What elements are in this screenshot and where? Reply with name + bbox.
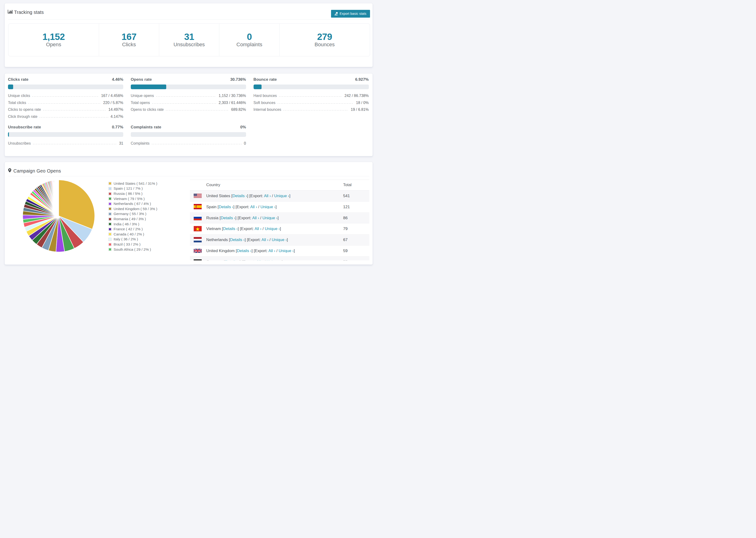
table-row: Vietnam [Details ›] [Export: All › / Uni…: [190, 224, 369, 235]
export-unique-link[interactable]: Unique ›: [274, 194, 289, 198]
export-basic-stats-button[interactable]: Export basic stats: [331, 10, 370, 18]
dotted-leader: [40, 117, 108, 118]
table-country-cell: Spain [Details ›] [Export: All › / Uniqu…: [206, 201, 343, 212]
export-all-link[interactable]: All ›: [252, 216, 259, 220]
table-total-cell: 67: [343, 235, 369, 245]
details-link[interactable]: Details ›: [230, 238, 244, 242]
stat-opens-value: 1,152: [42, 32, 65, 41]
legend-swatch: [108, 238, 112, 241]
export-prefix: [Export:: [240, 227, 254, 231]
legend-item: Canada ( 40 / 2% ): [108, 232, 157, 237]
legend-item: Romania ( 49 / 3% ): [108, 216, 157, 222]
legend-item: Brazil ( 33 / 2% ): [108, 242, 157, 247]
separator: /: [276, 248, 278, 253]
table-total-cell: 86: [343, 212, 369, 224]
export-unique-link[interactable]: Unique ›: [262, 216, 278, 220]
export-prefix: [Export:: [238, 216, 251, 220]
table-row: United Kingdom [Details ›] [Export: All …: [190, 245, 369, 256]
table-country-cell: United Kingdom [Details ›] [Export: All …: [206, 245, 343, 256]
export-unique-link[interactable]: Unique ›: [260, 205, 275, 209]
legend-item: Germany ( 55 / 3% ): [108, 211, 157, 217]
export-all-link[interactable]: All ›: [261, 238, 268, 242]
details-link[interactable]: Details ›: [237, 248, 251, 253]
legend-label: France ( 42 / 2% ): [114, 227, 143, 231]
export-all-link[interactable]: All ›: [250, 205, 257, 209]
legend-item: Spain ( 121 / 7% ): [108, 186, 157, 191]
clicks-rate-title: Clicks rate: [8, 77, 28, 82]
opens-rate-progress: [131, 84, 246, 89]
table-header-row: Country Total: [190, 180, 369, 190]
separator: /: [260, 216, 261, 220]
legend-swatch: [108, 192, 112, 195]
rate-row-label: Opens to clicks rate: [131, 108, 164, 112]
rate-row-label: Unique clicks: [8, 94, 30, 98]
stat-clicks-label: Clicks: [122, 41, 136, 48]
export-unique-link[interactable]: Unique ›: [267, 260, 282, 264]
bracket: ]: [294, 248, 295, 253]
dotted-leader: [152, 144, 242, 144]
legend-label: Romania ( 49 / 3% ): [114, 217, 146, 221]
legend-swatch: [108, 248, 112, 251]
unsubscribe-rate-progress: [8, 132, 123, 137]
legend-label: United States ( 541 / 31% ): [114, 182, 157, 186]
stat-clicks-value: 167: [122, 32, 136, 41]
export-unique-link[interactable]: Unique ›: [272, 238, 287, 242]
bracket: ]: [247, 194, 248, 198]
details-link[interactable]: Details ›: [233, 194, 247, 198]
rate-row: Unsubscribes 31: [8, 141, 123, 148]
table-total-cell: 55: [343, 256, 369, 265]
rate-row: Opens to clicks rate 689.82%: [131, 108, 246, 115]
details-link[interactable]: Details ›: [225, 260, 240, 264]
country-name: United States: [206, 194, 230, 198]
rate-row-value: 220 / 5.87%: [103, 101, 123, 105]
rate-row-value: 18 / 0%: [356, 101, 369, 105]
details-link[interactable]: Details ›: [221, 216, 235, 220]
total-column-header: Total: [343, 180, 369, 190]
legend-label: Italy ( 36 / 2% ): [114, 237, 138, 241]
legend-item: Vietnam ( 79 / 5% ): [108, 196, 157, 201]
export-unique-link[interactable]: Unique ›: [279, 248, 294, 253]
bracket: ]: [244, 238, 246, 242]
export-unique-link[interactable]: Unique ›: [265, 227, 280, 231]
rate-row-value: 31: [119, 141, 123, 145]
export-all-link[interactable]: All ›: [268, 248, 275, 253]
export-prefix: [Export:: [254, 248, 268, 253]
table-country-cell: Vietnam [Details ›] [Export: All › / Uni…: [206, 224, 343, 235]
card-divider: [8, 176, 369, 176]
details-link[interactable]: Details ›: [223, 227, 238, 231]
bracket: ]: [275, 205, 277, 209]
export-all-link[interactable]: All ›: [256, 260, 263, 264]
clicks-rate-progress: [8, 84, 123, 89]
legend-item: Russia ( 86 / 5% ): [108, 191, 157, 196]
opens-rate-value: 30.736%: [230, 77, 246, 82]
stats-summary-box: 1,152 Opens 167 Clicks 31 Unsubscribes 0…: [8, 24, 370, 56]
rate-row-value: 19 / 6.81%: [351, 108, 369, 112]
legend-item: United States ( 541 / 31% ): [108, 181, 157, 186]
bracket: ]: [251, 248, 253, 253]
export-prefix: [Export:: [236, 205, 249, 209]
rate-row-label: Total clicks: [8, 101, 26, 105]
legend-item: France ( 42 / 2% ): [108, 227, 157, 232]
export-all-link[interactable]: All ›: [254, 227, 261, 231]
stat-bounces: 279 Bounces: [279, 24, 370, 56]
stat-clicks: 167 Clicks: [99, 24, 159, 56]
rate-row-value: 0: [244, 141, 246, 145]
legend-swatch: [108, 233, 112, 236]
legend-label: South Africa ( 29 / 2% ): [114, 247, 151, 252]
stat-unsubscribes: 31 Unsubscribes: [159, 24, 219, 56]
legend-item: South Africa ( 29 / 2% ): [108, 247, 157, 252]
export-all-link[interactable]: All ›: [264, 194, 271, 198]
bracket: ]: [280, 227, 281, 231]
separator: /: [264, 260, 266, 264]
rate-row-label: Unique opens: [131, 94, 154, 98]
country-name: Spain: [206, 205, 216, 209]
rate-row-value: 167 / 4.456%: [101, 94, 123, 98]
country-name: Germany: [206, 260, 223, 264]
stat-complaints-value: 0: [247, 32, 252, 41]
rate-row: Clicks to opens rate 14.497%: [8, 108, 123, 115]
bracket: ]: [235, 216, 237, 220]
details-link[interactable]: Details ›: [219, 205, 233, 209]
es-flag-icon: [194, 204, 206, 209]
rate-row-label: Click through rate: [8, 115, 37, 119]
rate-row: Soft bounces 18 / 0%: [253, 101, 369, 108]
